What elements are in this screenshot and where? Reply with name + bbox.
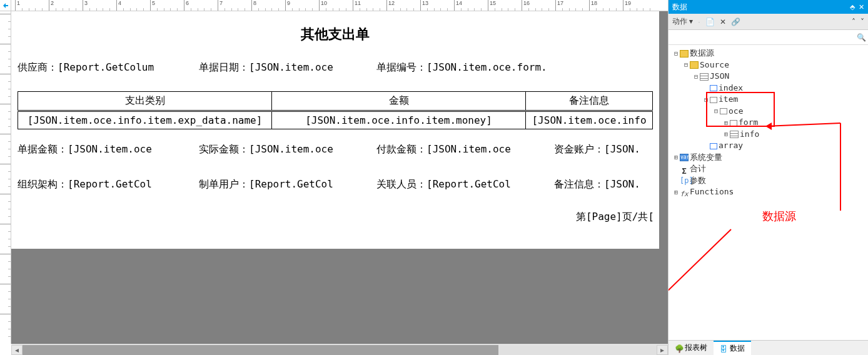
user-label: 制单用户： [199, 178, 249, 190]
actual-amount-cell[interactable]: 实际金额：[JSON.item.oce [199, 143, 374, 156]
ruler-corner[interactable] [0, 0, 11, 11]
person-label: 关联人员： [376, 178, 426, 190]
tree-form[interactable]: ⊞form [722, 117, 867, 129]
account-cell[interactable]: 资金账户：[JSON. [554, 143, 655, 156]
ruler-vertical[interactable] [0, 11, 11, 344]
supplier-cell[interactable]: 供应商：[Report.GetColum [18, 61, 199, 74]
scroll-thumb[interactable] [23, 345, 498, 355]
bill-amount-value: [JSON.item.oce [68, 143, 152, 155]
remark-label: 备注信息： [554, 178, 604, 190]
account-value: [JSON. [604, 143, 640, 155]
tab-data[interactable]: 🗄 数据 [714, 341, 751, 355]
annotation-label: 数据源 [762, 209, 796, 224]
bill-amount-cell[interactable]: 单据金额：[JSON.item.oce [18, 143, 199, 156]
supplier-label: 供应商： [18, 61, 58, 73]
user-cell[interactable]: 制单用户：[Report.GetCol [199, 178, 374, 191]
canvas-empty-area [11, 249, 668, 336]
panel-search: 🔍 [669, 30, 868, 45]
scroll-track[interactable] [23, 345, 657, 355]
tree-icon: 🌳 [675, 344, 682, 352]
data-icon: 🗄 [720, 345, 727, 352]
number-value: [JSON.item.oce.form. [426, 61, 547, 73]
tree-params[interactable]: [p]参数 [672, 175, 867, 187]
down-icon[interactable]: ˅ [860, 18, 864, 26]
number-label: 单据编号： [376, 61, 426, 73]
panel-tabs: 🌳 报表树 🗄 数据 [669, 340, 868, 355]
account-label: 资金账户： [554, 143, 604, 155]
page-footer-cell[interactable]: 第[Page]页/共[ [554, 211, 654, 224]
actual-amount-label: 实际金额： [199, 143, 249, 155]
panel-header[interactable]: 数据 ⬘ ✕ [669, 0, 868, 14]
actual-amount-value: [JSON.item.oce [249, 143, 333, 155]
date-label: 单据日期： [199, 61, 249, 73]
ruler-horizontal[interactable] [11, 0, 668, 11]
tree-root-datasource[interactable]: ⊟数据源 ⊟Source ⊟JSON index ⊟item ⊟oce [672, 48, 867, 152]
panel-title: 数据 [672, 2, 687, 12]
remark-cell[interactable]: 备注信息：[JSON. [554, 178, 655, 191]
editor-pane: 其他支出单 供应商：[Report.GetColum 单据日期：[JSON.it… [0, 0, 668, 355]
annotation-arrow-2 [669, 226, 737, 340]
cell-remark[interactable]: [JSON.item.oce.info [526, 111, 653, 129]
panel-toolbar: 动作 ▾ · 📄 ✕ 🔗 ˄ ˅ [669, 14, 868, 30]
data-tree[interactable]: ⊟数据源 ⊟Source ⊟JSON index ⊟item ⊟oce [669, 45, 868, 340]
tree-json[interactable]: ⊟JSON index ⊟item ⊟oce ⊞form [692, 71, 867, 152]
up-icon[interactable]: ˄ [852, 18, 855, 26]
col-header-type[interactable]: 支出类别 [18, 92, 272, 111]
tree-sysvar[interactable]: ⊞var系统变量 [672, 152, 867, 164]
detail-table[interactable]: 支出类别 金额 备注信息 [JSON.item.oce.info.item.ex… [11, 91, 659, 129]
tab-report-tree[interactable]: 🌳 报表树 [669, 341, 714, 355]
person-value: [Report.GetCol [426, 178, 511, 190]
org-cell[interactable]: 组织架构：[Report.GetCol [18, 178, 199, 191]
link-icon[interactable]: 🔗 [731, 18, 740, 26]
scroll-right-button[interactable]: ▸ [657, 345, 668, 355]
close-icon[interactable]: ✕ [859, 3, 864, 11]
col-header-remark[interactable]: 备注信息 [526, 92, 653, 111]
org-value: [Report.GetCol [68, 178, 152, 190]
svg-line-3 [669, 229, 731, 339]
report-title[interactable]: 其他支出单 [301, 25, 370, 44]
scroll-left-button[interactable]: ◂ [11, 345, 23, 355]
canvas[interactable]: 其他支出单 供应商：[Report.GetColum 单据日期：[JSON.it… [11, 11, 668, 344]
delete-icon[interactable]: ✕ [720, 18, 726, 26]
tree-array[interactable]: array [702, 140, 867, 152]
number-cell[interactable]: 单据编号：[JSON.item.oce.form. [376, 61, 583, 74]
pay-amount-cell[interactable]: 付款金额：[JSON.item.oce [376, 143, 552, 156]
search-icon[interactable]: 🔍 [854, 33, 868, 42]
tree-total[interactable]: Σ合计 [672, 163, 867, 175]
tree-functions[interactable]: ⊞fxFunctions [672, 186, 867, 198]
pay-amount-label: 付款金额： [376, 143, 426, 155]
cell-amount[interactable]: [JSON.item.oce.info.item.money] [272, 111, 526, 129]
date-cell[interactable]: 单据日期：[JSON.item.oce [199, 61, 374, 74]
tree-source[interactable]: ⊟Source ⊟JSON index ⊟item ⊟oce [682, 59, 867, 152]
page-footer: 第[Page]页/共[ [576, 211, 654, 222]
pin-icon[interactable]: ⬘ [850, 3, 855, 11]
org-label: 组织架构： [18, 178, 68, 190]
new-icon[interactable]: 📄 [705, 18, 715, 26]
supplier-value: [Report.GetColum [58, 61, 154, 73]
data-panel: 数据 ⬘ ✕ 动作 ▾ · 📄 ✕ 🔗 ˄ ˅ 🔍 ⊟数据源 ⊟Sour [668, 0, 868, 355]
date-value: [JSON.item.oce [249, 61, 333, 73]
report-page[interactable]: 其他支出单 供应商：[Report.GetColum 单据日期：[JSON.it… [11, 11, 659, 249]
pay-amount-value: [JSON.item.oce [426, 143, 511, 155]
user-value: [Report.GetCol [249, 178, 333, 190]
search-input[interactable] [669, 32, 854, 43]
tree-item[interactable]: ⊟item ⊟oce ⊞form ⊞info [702, 94, 867, 140]
bill-amount-label: 单据金额： [18, 143, 68, 155]
tree-oce[interactable]: ⊟oce ⊞form ⊞info [712, 106, 867, 141]
person-cell[interactable]: 关联人员：[Report.GetCol [376, 178, 552, 191]
actions-dropdown[interactable]: 动作 ▾ [672, 16, 693, 27]
horizontal-scrollbar[interactable]: ◂ ▸ [11, 344, 668, 355]
col-header-amount[interactable]: 金额 [272, 92, 526, 111]
cell-type[interactable]: [JSON.item.oce.info.item.exp_data.name] [18, 111, 272, 129]
tree-index[interactable]: index [702, 82, 867, 94]
tree-info[interactable]: ⊞info [722, 129, 867, 141]
remark-value: [JSON. [604, 178, 640, 190]
